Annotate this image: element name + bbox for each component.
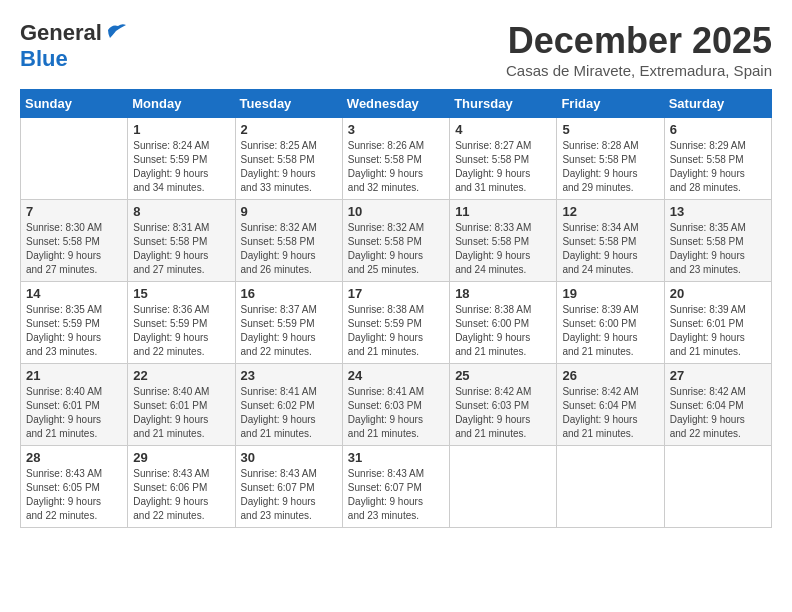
day-info: Sunrise: 8:33 AMSunset: 5:58 PMDaylight:…	[455, 221, 551, 277]
header-saturday: Saturday	[664, 90, 771, 118]
day-number: 30	[241, 450, 337, 465]
day-number: 23	[241, 368, 337, 383]
calendar-cell: 13Sunrise: 8:35 AMSunset: 5:58 PMDayligh…	[664, 200, 771, 282]
day-info: Sunrise: 8:38 AMSunset: 5:59 PMDaylight:…	[348, 303, 444, 359]
day-info: Sunrise: 8:35 AMSunset: 5:59 PMDaylight:…	[26, 303, 122, 359]
calendar-cell: 10Sunrise: 8:32 AMSunset: 5:58 PMDayligh…	[342, 200, 449, 282]
calendar-cell: 30Sunrise: 8:43 AMSunset: 6:07 PMDayligh…	[235, 446, 342, 528]
header-friday: Friday	[557, 90, 664, 118]
logo-general-text: General	[20, 20, 102, 46]
day-number: 24	[348, 368, 444, 383]
header-thursday: Thursday	[450, 90, 557, 118]
calendar-cell	[557, 446, 664, 528]
day-number: 4	[455, 122, 551, 137]
calendar-cell: 23Sunrise: 8:41 AMSunset: 6:02 PMDayligh…	[235, 364, 342, 446]
day-number: 16	[241, 286, 337, 301]
day-number: 28	[26, 450, 122, 465]
day-info: Sunrise: 8:37 AMSunset: 5:59 PMDaylight:…	[241, 303, 337, 359]
week-row-2: 14Sunrise: 8:35 AMSunset: 5:59 PMDayligh…	[21, 282, 772, 364]
day-info: Sunrise: 8:43 AMSunset: 6:07 PMDaylight:…	[348, 467, 444, 523]
day-info: Sunrise: 8:43 AMSunset: 6:06 PMDaylight:…	[133, 467, 229, 523]
day-info: Sunrise: 8:36 AMSunset: 5:59 PMDaylight:…	[133, 303, 229, 359]
header-wednesday: Wednesday	[342, 90, 449, 118]
day-info: Sunrise: 8:39 AMSunset: 6:00 PMDaylight:…	[562, 303, 658, 359]
logo: General Blue	[20, 20, 126, 72]
day-number: 9	[241, 204, 337, 219]
day-info: Sunrise: 8:42 AMSunset: 6:03 PMDaylight:…	[455, 385, 551, 441]
day-info: Sunrise: 8:28 AMSunset: 5:58 PMDaylight:…	[562, 139, 658, 195]
day-number: 13	[670, 204, 766, 219]
day-info: Sunrise: 8:25 AMSunset: 5:58 PMDaylight:…	[241, 139, 337, 195]
month-year-title: December 2025	[506, 20, 772, 62]
day-number: 11	[455, 204, 551, 219]
day-number: 21	[26, 368, 122, 383]
calendar-cell	[21, 118, 128, 200]
calendar-cell: 18Sunrise: 8:38 AMSunset: 6:00 PMDayligh…	[450, 282, 557, 364]
calendar-cell: 14Sunrise: 8:35 AMSunset: 5:59 PMDayligh…	[21, 282, 128, 364]
calendar-cell: 24Sunrise: 8:41 AMSunset: 6:03 PMDayligh…	[342, 364, 449, 446]
calendar-cell: 11Sunrise: 8:33 AMSunset: 5:58 PMDayligh…	[450, 200, 557, 282]
calendar-cell: 15Sunrise: 8:36 AMSunset: 5:59 PMDayligh…	[128, 282, 235, 364]
day-info: Sunrise: 8:35 AMSunset: 5:58 PMDaylight:…	[670, 221, 766, 277]
day-number: 12	[562, 204, 658, 219]
day-info: Sunrise: 8:40 AMSunset: 6:01 PMDaylight:…	[133, 385, 229, 441]
day-number: 29	[133, 450, 229, 465]
logo-blue-text: Blue	[20, 46, 68, 72]
calendar-table: SundayMondayTuesdayWednesdayThursdayFrid…	[20, 89, 772, 528]
calendar-cell	[664, 446, 771, 528]
logo-bird-icon	[104, 22, 126, 40]
calendar-cell: 25Sunrise: 8:42 AMSunset: 6:03 PMDayligh…	[450, 364, 557, 446]
day-number: 19	[562, 286, 658, 301]
header-tuesday: Tuesday	[235, 90, 342, 118]
week-row-1: 7Sunrise: 8:30 AMSunset: 5:58 PMDaylight…	[21, 200, 772, 282]
day-number: 5	[562, 122, 658, 137]
day-number: 10	[348, 204, 444, 219]
day-info: Sunrise: 8:27 AMSunset: 5:58 PMDaylight:…	[455, 139, 551, 195]
page-header: General Blue December 2025 Casas de Mira…	[20, 20, 772, 79]
day-info: Sunrise: 8:34 AMSunset: 5:58 PMDaylight:…	[562, 221, 658, 277]
day-info: Sunrise: 8:39 AMSunset: 6:01 PMDaylight:…	[670, 303, 766, 359]
calendar-cell: 21Sunrise: 8:40 AMSunset: 6:01 PMDayligh…	[21, 364, 128, 446]
day-number: 18	[455, 286, 551, 301]
calendar-cell: 4Sunrise: 8:27 AMSunset: 5:58 PMDaylight…	[450, 118, 557, 200]
day-number: 14	[26, 286, 122, 301]
day-info: Sunrise: 8:40 AMSunset: 6:01 PMDaylight:…	[26, 385, 122, 441]
calendar-body: 1Sunrise: 8:24 AMSunset: 5:59 PMDaylight…	[21, 118, 772, 528]
day-info: Sunrise: 8:41 AMSunset: 6:03 PMDaylight:…	[348, 385, 444, 441]
day-number: 22	[133, 368, 229, 383]
calendar-cell: 27Sunrise: 8:42 AMSunset: 6:04 PMDayligh…	[664, 364, 771, 446]
calendar-cell: 9Sunrise: 8:32 AMSunset: 5:58 PMDaylight…	[235, 200, 342, 282]
calendar-cell	[450, 446, 557, 528]
calendar-cell: 19Sunrise: 8:39 AMSunset: 6:00 PMDayligh…	[557, 282, 664, 364]
day-info: Sunrise: 8:42 AMSunset: 6:04 PMDaylight:…	[562, 385, 658, 441]
day-number: 17	[348, 286, 444, 301]
day-info: Sunrise: 8:42 AMSunset: 6:04 PMDaylight:…	[670, 385, 766, 441]
calendar-cell: 5Sunrise: 8:28 AMSunset: 5:58 PMDaylight…	[557, 118, 664, 200]
day-number: 7	[26, 204, 122, 219]
header-row: SundayMondayTuesdayWednesdayThursdayFrid…	[21, 90, 772, 118]
calendar-header: SundayMondayTuesdayWednesdayThursdayFrid…	[21, 90, 772, 118]
day-info: Sunrise: 8:38 AMSunset: 6:00 PMDaylight:…	[455, 303, 551, 359]
week-row-0: 1Sunrise: 8:24 AMSunset: 5:59 PMDaylight…	[21, 118, 772, 200]
day-number: 20	[670, 286, 766, 301]
calendar-cell: 16Sunrise: 8:37 AMSunset: 5:59 PMDayligh…	[235, 282, 342, 364]
calendar-cell: 6Sunrise: 8:29 AMSunset: 5:58 PMDaylight…	[664, 118, 771, 200]
day-info: Sunrise: 8:30 AMSunset: 5:58 PMDaylight:…	[26, 221, 122, 277]
day-number: 27	[670, 368, 766, 383]
day-number: 8	[133, 204, 229, 219]
calendar-cell: 3Sunrise: 8:26 AMSunset: 5:58 PMDaylight…	[342, 118, 449, 200]
calendar-cell: 1Sunrise: 8:24 AMSunset: 5:59 PMDaylight…	[128, 118, 235, 200]
day-info: Sunrise: 8:41 AMSunset: 6:02 PMDaylight:…	[241, 385, 337, 441]
calendar-cell: 2Sunrise: 8:25 AMSunset: 5:58 PMDaylight…	[235, 118, 342, 200]
calendar-cell: 8Sunrise: 8:31 AMSunset: 5:58 PMDaylight…	[128, 200, 235, 282]
calendar-cell: 29Sunrise: 8:43 AMSunset: 6:06 PMDayligh…	[128, 446, 235, 528]
day-number: 25	[455, 368, 551, 383]
day-number: 15	[133, 286, 229, 301]
day-number: 2	[241, 122, 337, 137]
week-row-3: 21Sunrise: 8:40 AMSunset: 6:01 PMDayligh…	[21, 364, 772, 446]
day-info: Sunrise: 8:43 AMSunset: 6:07 PMDaylight:…	[241, 467, 337, 523]
day-number: 31	[348, 450, 444, 465]
day-number: 6	[670, 122, 766, 137]
calendar-cell: 17Sunrise: 8:38 AMSunset: 5:59 PMDayligh…	[342, 282, 449, 364]
calendar-cell: 20Sunrise: 8:39 AMSunset: 6:01 PMDayligh…	[664, 282, 771, 364]
